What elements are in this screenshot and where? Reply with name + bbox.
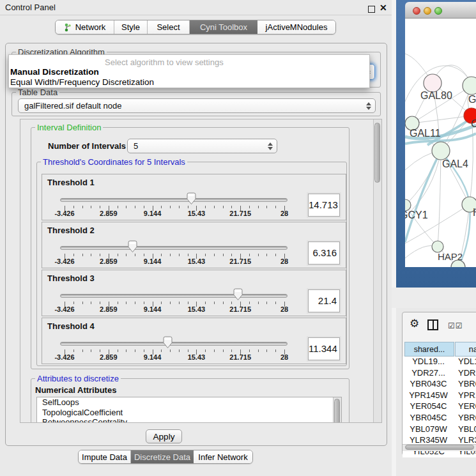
tick-mark bbox=[205, 302, 206, 304]
table-row[interactable]: YER054CYER054C bbox=[403, 401, 476, 413]
threshold-label: Threshold 1 bbox=[47, 178, 95, 187]
slider-thumb[interactable] bbox=[163, 336, 173, 349]
tick-mark bbox=[126, 302, 127, 304]
bottom-tab-discretize-data[interactable]: Discretize Data bbox=[131, 450, 194, 463]
attribute-item[interactable]: TopologicalCoefficient bbox=[37, 408, 341, 418]
table-row[interactable]: YBR043CYBR043C bbox=[403, 379, 476, 390]
tick-mark bbox=[135, 349, 135, 352]
tick-mark bbox=[266, 302, 267, 304]
zoom-traffic-icon[interactable] bbox=[434, 7, 442, 15]
bottom-tab-infer-network[interactable]: Infer Network bbox=[194, 450, 252, 463]
cell-name: YBR045C bbox=[454, 413, 476, 424]
tick-mark bbox=[135, 302, 135, 304]
tab-label: Style bbox=[121, 22, 140, 32]
table-row[interactable]: YBL079WYBL079W bbox=[403, 424, 476, 436]
dropdown-item-equal-width[interactable]: Equal Width/Frequency Discretization bbox=[10, 77, 154, 87]
slider-thumb[interactable] bbox=[128, 240, 137, 253]
network-window-titlebar[interactable] bbox=[405, 2, 476, 19]
table-row[interactable]: YPR145WYPR145W bbox=[403, 390, 476, 402]
tick-mark bbox=[118, 206, 118, 208]
table-row[interactable]: YDR27...YDR27 bbox=[403, 368, 476, 380]
slider-thumb[interactable] bbox=[187, 192, 196, 205]
cell-name: YBR043C bbox=[454, 379, 476, 390]
slider-thumb[interactable] bbox=[233, 288, 243, 301]
tick-mark bbox=[223, 206, 224, 208]
tab-cyni-toolbox[interactable]: Cyni Toolbox bbox=[190, 20, 257, 34]
tick-label: 2.859 bbox=[100, 353, 118, 361]
tick-mark bbox=[214, 349, 215, 352]
group-title-attributes: Attributes to discretize bbox=[35, 374, 121, 383]
threshold-row-4: Threshold 4-3.4262.8599.14415.4321.71528… bbox=[42, 318, 346, 364]
cell-shared-name: YDR27... bbox=[403, 368, 454, 380]
column-header-shared-name[interactable]: shared... bbox=[404, 342, 454, 357]
tab-network[interactable]: Network bbox=[56, 20, 114, 34]
tab-select[interactable]: Select bbox=[148, 20, 190, 34]
attribute-item[interactable]: BetweennessCentrality bbox=[37, 417, 341, 423]
tick-mark bbox=[170, 349, 171, 352]
network-node[interactable] bbox=[424, 74, 441, 92]
settings-scroll-area: Interval Definition Number of Intervals … bbox=[20, 119, 382, 423]
tick-label: 15.43 bbox=[188, 353, 206, 361]
table-hscrollbar-thumb[interactable] bbox=[405, 445, 474, 450]
cell-shared-name: YBR045C bbox=[403, 413, 454, 424]
list-scrollbar-thumb[interactable] bbox=[334, 399, 340, 423]
slider-track[interactable] bbox=[60, 198, 288, 202]
tick-mark bbox=[205, 349, 206, 352]
panel-scrollbar[interactable] bbox=[373, 119, 381, 422]
table-data-group: Table Data galFiltered.sif default node bbox=[12, 92, 381, 116]
tick-label: 9.144 bbox=[144, 353, 162, 361]
attributes-group: Attributes to discretize Numerical Attri… bbox=[31, 378, 349, 423]
thresholds-group: Threshold's Coordinates for 5 Intervals … bbox=[36, 162, 347, 366]
cell-name: YPR145W bbox=[454, 390, 476, 402]
column-header-name[interactable]: name bbox=[455, 342, 476, 357]
network-canvas[interactable]: GAL80GACGAL11GAL4GCY1HHAP2 bbox=[405, 19, 476, 267]
panel-scrollbar-thumb[interactable] bbox=[374, 123, 380, 183]
tick-mark bbox=[249, 302, 250, 304]
split-columns-icon[interactable] bbox=[427, 319, 438, 330]
number-of-intervals-combobox[interactable]: 5 bbox=[127, 139, 277, 153]
node-label: H bbox=[473, 207, 476, 218]
tick-mark bbox=[266, 254, 267, 256]
apply-button[interactable]: Apply bbox=[146, 429, 182, 443]
numerical-attributes-list[interactable]: SelfLoopsTopologicalCoefficientBetweenne… bbox=[36, 397, 342, 423]
tick-mark bbox=[126, 349, 127, 352]
bottom-tab-impute-data[interactable]: Impute Data bbox=[79, 450, 131, 463]
threshold-value-field[interactable]: 21.4 bbox=[308, 289, 340, 312]
tick-label: 2.859 bbox=[100, 305, 118, 313]
algorithm-dropdown-popup: Select algorithm to view settings Manual… bbox=[8, 54, 370, 88]
table-row[interactable]: YDL19...YDL19 bbox=[403, 357, 476, 368]
tab-style[interactable]: Style bbox=[114, 20, 148, 34]
table-panel-header: Table Panel bbox=[392, 288, 476, 308]
bottom-tab-label: Discretize Data bbox=[134, 452, 190, 462]
node-label: GCY1 bbox=[405, 210, 428, 220]
network-node[interactable] bbox=[432, 142, 450, 160]
tab-label: Select bbox=[157, 22, 180, 32]
tab-jactivemnodules[interactable]: jActiveMNodules bbox=[257, 20, 335, 34]
network-node[interactable] bbox=[463, 77, 476, 95]
table-data-combobox[interactable]: galFiltered.sif default node bbox=[18, 98, 376, 113]
screenshot-root: Control Panel ✕ NetworkStyleSelectCyni T… bbox=[0, 0, 476, 476]
threshold-value-field[interactable]: 6.316 bbox=[308, 242, 340, 265]
threshold-value-field[interactable]: 14.713 bbox=[308, 194, 340, 217]
dropdown-item-manual[interactable]: Manual Discretization bbox=[10, 67, 99, 77]
slider-track[interactable] bbox=[60, 294, 288, 298]
close-traffic-icon[interactable] bbox=[413, 7, 420, 15]
bottom-tab-bar: Impute DataDiscretize DataInfer Network bbox=[78, 450, 253, 464]
checkboxes-icon[interactable]: ☑☑ bbox=[448, 321, 463, 330]
gear-icon[interactable]: ⚙ bbox=[410, 317, 419, 330]
attribute-item[interactable]: SelfLoops bbox=[37, 397, 341, 408]
list-scrollbar[interactable] bbox=[333, 397, 341, 423]
slider-track[interactable] bbox=[60, 246, 288, 250]
tick-mark bbox=[91, 349, 91, 352]
tick-mark bbox=[275, 254, 276, 256]
tick-mark bbox=[188, 302, 188, 304]
float-window-icon[interactable] bbox=[368, 6, 375, 13]
slider-track[interactable] bbox=[60, 342, 288, 346]
dropdown-placeholder: Select algorithm to view settings bbox=[105, 58, 224, 67]
tick-mark bbox=[223, 254, 224, 256]
table-row[interactable]: YBR045CYBR045C bbox=[403, 413, 476, 424]
cell-shared-name: YPR145W bbox=[403, 390, 454, 402]
close-icon[interactable]: ✕ bbox=[380, 3, 387, 13]
threshold-value-field[interactable]: 11.344 bbox=[308, 337, 340, 360]
minimize-traffic-icon[interactable] bbox=[424, 7, 431, 15]
